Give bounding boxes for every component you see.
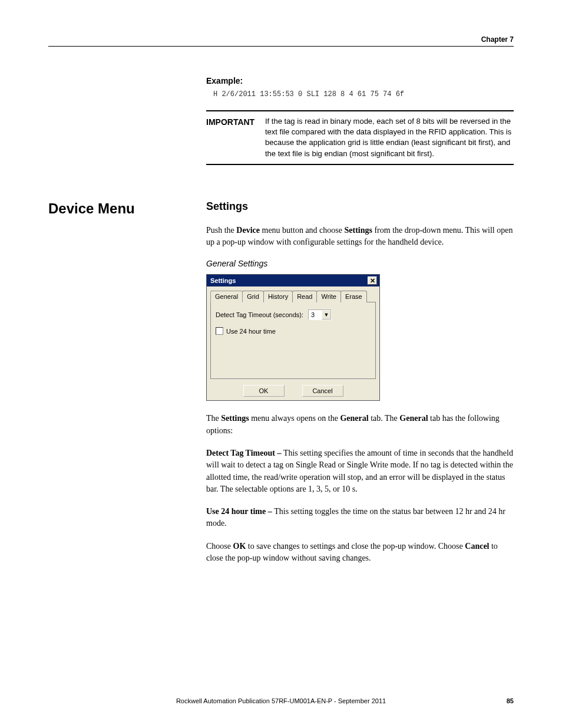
chevron-down-icon[interactable]: ▼ bbox=[322, 310, 331, 319]
settings-heading: Settings bbox=[206, 200, 514, 213]
cancel-button[interactable]: Cancel bbox=[302, 385, 343, 397]
settings-dialog: Settings ✕ General Grid History Read Wri… bbox=[206, 274, 380, 401]
detect-timeout-dropdown[interactable]: 3 ▼ bbox=[308, 309, 332, 320]
chapter-header: Chapter 7 bbox=[48, 35, 514, 47]
general-tab-note: The Settings menu always opens on the Ge… bbox=[206, 413, 514, 437]
dialog-tabs: General Grid History Read Write Erase bbox=[210, 290, 376, 302]
use-24-hour-desc: Use 24 hour time – This setting toggles … bbox=[206, 506, 514, 530]
ok-button[interactable]: OK bbox=[243, 385, 285, 397]
tab-grid[interactable]: Grid bbox=[242, 291, 264, 302]
page-footer: Rockwell Automation Publication 57RF-UM0… bbox=[48, 697, 514, 704]
tab-erase[interactable]: Erase bbox=[340, 291, 367, 302]
tab-general[interactable]: General bbox=[210, 291, 243, 302]
example-code: H 2/6/2011 13:55:53 0 SLI 128 8 4 61 75 … bbox=[213, 90, 514, 98]
dialog-titlebar: Settings ✕ bbox=[207, 275, 379, 286]
important-box: IMPORTANT If the tag is read in binary m… bbox=[206, 110, 514, 165]
tab-panel-general: Detect Tag Timeout (seconds): 3 ▼ Use 24… bbox=[210, 302, 376, 379]
detect-tag-timeout-desc: Detect Tag Timeout – This setting specif… bbox=[206, 447, 514, 495]
tab-history[interactable]: History bbox=[263, 291, 293, 302]
footer-publication: Rockwell Automation Publication 57RF-UM0… bbox=[72, 697, 490, 704]
important-label: IMPORTANT bbox=[206, 116, 265, 159]
footer-page-number: 85 bbox=[490, 697, 514, 704]
dialog-title: Settings bbox=[210, 277, 236, 284]
detect-timeout-label: Detect Tag Timeout (seconds): bbox=[216, 311, 303, 318]
use-24-hour-checkbox[interactable] bbox=[216, 327, 223, 335]
settings-intro: Push the Device menu button and choose S… bbox=[206, 225, 514, 249]
close-icon[interactable]: ✕ bbox=[368, 276, 377, 285]
general-settings-subheading: General Settings bbox=[206, 259, 514, 268]
example-label: Example: bbox=[206, 76, 514, 85]
important-text: If the tag is read in binary mode, each … bbox=[265, 116, 514, 159]
ok-cancel-desc: Choose OK to save changes to settings an… bbox=[206, 541, 514, 565]
tab-read[interactable]: Read bbox=[292, 291, 317, 302]
device-menu-heading: Device Menu bbox=[48, 200, 206, 575]
tab-write[interactable]: Write bbox=[316, 291, 340, 302]
detect-timeout-value: 3 bbox=[309, 311, 322, 318]
use-24-hour-label: Use 24 hour time bbox=[226, 328, 276, 335]
